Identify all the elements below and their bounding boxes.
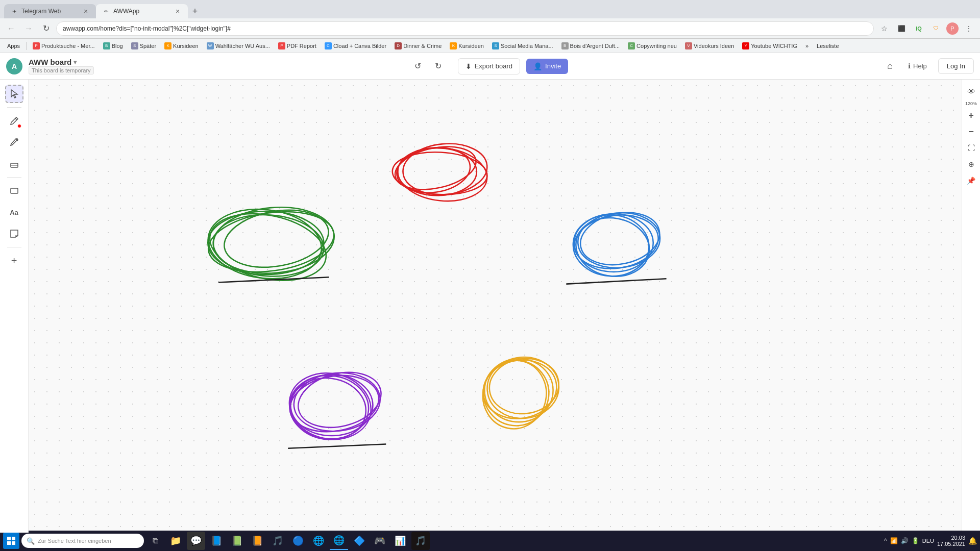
svg-point-11 [205,205,338,280]
zoom-in-button[interactable]: + [964,108,978,122]
taskbar-app-2[interactable]: 💬 [187,532,205,550]
canvas-area[interactable] [29,80,962,533]
board-temp-label: This board is temporary [29,66,94,74]
avast-icon[interactable]: 🛡 [929,21,943,36]
tray-notification[interactable]: 🔔 [968,537,977,545]
profile-icon[interactable]: P [946,22,959,35]
bm-label-cload: Cload + Canva Bilder [333,43,386,49]
taskbar-powerpoint[interactable]: 📙 [248,532,266,550]
pen-tool-button[interactable] [5,112,23,130]
bookmark-kursideen1[interactable]: K Kursideen [161,41,202,51]
help-button[interactable]: ℹ Help [903,59,932,73]
taskbar-app-3[interactable]: 🎵 [268,532,287,550]
center-button[interactable]: ⊕ [964,157,978,171]
redo-button[interactable]: ↻ [429,57,448,76]
taskbar-chrome[interactable]: 🌐 [330,532,348,550]
bookmark-copywriting[interactable]: C Copywriting neu [625,41,680,51]
help-label: Help [913,62,927,70]
bookmark-star-icon[interactable]: ☆ [877,21,891,36]
extensions-icon[interactable]: ⬛ [894,21,909,36]
taskbar-app-8[interactable]: 📊 [391,532,409,550]
refresh-button[interactable]: ↻ [39,21,53,36]
zoom-out-button[interactable]: − [964,124,978,139]
taskbar-word[interactable]: 📘 [207,532,226,550]
invite-button[interactable]: 👤 Invite [526,59,568,74]
bookmark-produktsuche[interactable]: P Produktsuche - Mer... [30,41,98,51]
svg-point-15 [574,214,653,272]
bm-label-videokurs: Videokurs Ideen [694,43,734,49]
undo-button[interactable]: ↺ [409,57,427,76]
bookmark-dinner[interactable]: D Dinner & Crime [391,41,445,51]
new-tab-button[interactable]: + [188,4,202,18]
canvas-drawing [29,80,962,533]
forward-button[interactable]: → [21,21,36,36]
purple-underline [288,444,386,448]
bookmark-später[interactable]: S Später [128,41,159,51]
back-button[interactable]: ← [4,21,18,36]
bookmark-apps[interactable]: Apps [4,42,23,50]
bookmark-social[interactable]: S Social Media Mana... [489,41,556,51]
visibility-toggle-button[interactable]: 👁 [964,85,978,99]
bookmark-more[interactable]: » [802,42,812,50]
apps-label: Apps [7,43,20,49]
iq-icon[interactable]: IQ [912,21,926,36]
tab-telegram[interactable]: ✈ Telegram Web × [4,4,96,18]
taskbar-app-4[interactable]: 🔵 [289,532,307,550]
bm-leseliste-label: Leseliste [817,43,839,49]
shape-tool-button[interactable] [5,182,23,200]
more-menu-icon[interactable]: ⋮ [962,21,976,36]
bookmark-videokurs[interactable]: V Videokurs Ideen [682,41,737,51]
tool-separator-1 [7,107,21,108]
export-button[interactable]: ⬇ Export board [458,58,520,74]
home-button[interactable]: ⌂ [883,61,897,71]
board-name-section: AWW board ▾ This board is temporary [29,58,94,74]
bm-icon-youtube: Y [742,42,749,49]
bookmark-blog[interactable]: B Blog [100,41,126,51]
tab-awwapp-close[interactable]: × [174,7,182,15]
bm-label-produktsuche: Produktsuche - Mer... [41,43,95,49]
search-placeholder: Zur Suche Text hier eingeben [38,538,111,544]
login-button[interactable]: Log In [938,58,974,74]
start-button[interactable] [3,533,19,549]
bookmark-pdf[interactable]: P PDF Report [275,41,320,51]
text-tool-button[interactable]: Aa [5,203,23,221]
task-view-button[interactable]: ⧉ [146,532,164,550]
bookmark-youtube[interactable]: Y Youtube WICHTIG [739,41,800,51]
bm-icon-wahlfächer: W [207,42,214,49]
svg-rect-36 [7,541,11,545]
taskbar-spotify[interactable]: 🎵 [411,532,430,550]
bookmark-kursideen2[interactable]: K Kursideen [447,41,487,51]
taskbar: 🔍 Zur Suche Text hier eingeben ⧉ 📁 💬 📘 📗… [0,531,980,551]
purple-scribble [283,364,387,447]
green-scribble [204,203,338,290]
taskbar-app-7[interactable]: 🎮 [371,532,389,550]
login-label: Log In [947,62,965,70]
eraser-tool-button[interactable] [5,155,23,173]
svg-point-20 [576,206,665,272]
bookmark-leseliste[interactable]: Leseliste [814,42,842,50]
pin-button[interactable]: 📌 [964,173,978,188]
taskbar-excel[interactable]: 📗 [228,532,246,550]
bookmark-wahlfächer[interactable]: W Wahlfächer WU Aus... [204,41,273,51]
board-dropdown-arrow[interactable]: ▾ [74,59,77,66]
pencil-tool-button[interactable] [5,133,23,152]
taskbar-search[interactable]: 🔍 Zur Suche Text hier eingeben [21,534,144,548]
app-logo[interactable]: A [6,58,22,74]
taskbar-app-6[interactable]: 🔷 [350,532,369,550]
bookmark-cload[interactable]: C Cload + Canva Bilder [322,41,389,51]
address-bar[interactable]: awwapp.com/home?dis=["no-init-modal"]%2C… [56,21,874,36]
taskbar-app-5[interactable]: 🌐 [309,532,328,550]
tab-telegram-close[interactable]: × [82,7,90,15]
tray-arrow[interactable]: ^ [884,537,887,544]
svg-point-21 [290,374,373,436]
sticky-note-tool-button[interactable] [5,224,23,243]
fit-screen-button[interactable]: ⛶ [964,141,978,155]
add-tool-button[interactable]: + [5,252,23,270]
pencil-icon [9,137,19,147]
browser-toolbar: ← → ↻ awwapp.com/home?dis=["no-init-moda… [0,18,980,39]
bm-label-dinner: Dinner & Crime [403,43,442,49]
bookmark-bois[interactable]: B Bois d'Argent Duft... [558,41,623,51]
taskbar-file-explorer[interactable]: 📁 [166,532,185,550]
select-tool-button[interactable] [5,85,23,103]
tab-awwapp[interactable]: ✏ AWWApp × [96,4,188,18]
